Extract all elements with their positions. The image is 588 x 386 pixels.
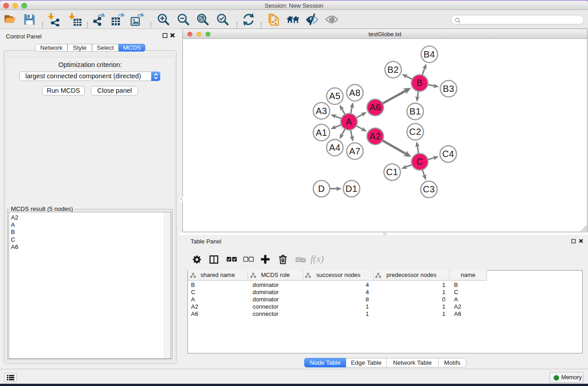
svg-text:A3: A3: [316, 106, 327, 116]
svg-text:C4: C4: [442, 149, 454, 159]
svg-text:A6: A6: [369, 102, 381, 112]
svg-text:B1: B1: [410, 106, 421, 116]
svg-text:C1: C1: [386, 167, 398, 177]
svg-text:A1: A1: [316, 128, 327, 138]
svg-text:A4: A4: [329, 143, 340, 152]
svg-text:B3: B3: [443, 84, 454, 94]
svg-text:A8: A8: [349, 88, 360, 98]
svg-text:A7: A7: [349, 146, 360, 156]
svg-text:A: A: [346, 117, 352, 127]
svg-text:A2: A2: [369, 131, 381, 141]
svg-text:B: B: [416, 78, 423, 88]
svg-text:D1: D1: [345, 184, 358, 194]
svg-text:B4: B4: [424, 49, 435, 59]
svg-text:D: D: [318, 184, 325, 194]
svg-text:B2: B2: [387, 65, 399, 75]
svg-text:C: C: [416, 157, 423, 167]
svg-text:C2: C2: [409, 127, 421, 137]
svg-text:C3: C3: [423, 184, 435, 194]
svg-text:A5: A5: [329, 91, 340, 101]
